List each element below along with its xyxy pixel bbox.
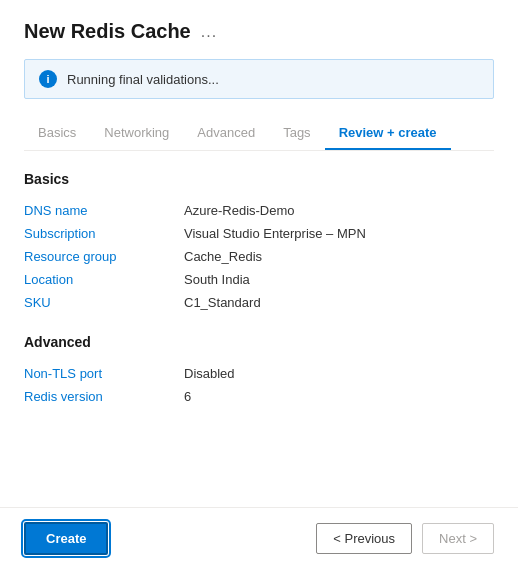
ellipsis-menu[interactable]: ... xyxy=(201,23,217,41)
table-row: Resource group Cache_Redis xyxy=(24,245,494,268)
tab-advanced[interactable]: Advanced xyxy=(183,117,269,150)
next-button[interactable]: Next > xyxy=(422,523,494,554)
location-label: Location xyxy=(24,272,184,287)
non-tls-value: Disabled xyxy=(184,366,235,381)
dns-name-label: DNS name xyxy=(24,203,184,218)
advanced-section-title: Advanced xyxy=(24,334,494,350)
create-button[interactable]: Create xyxy=(24,522,108,555)
table-row: DNS name Azure-Redis-Demo xyxy=(24,199,494,222)
subscription-value: Visual Studio Enterprise – MPN xyxy=(184,226,366,241)
page-title: New Redis Cache xyxy=(24,20,191,43)
redis-version-value: 6 xyxy=(184,389,191,404)
validation-banner: i Running final validations... xyxy=(24,59,494,99)
dns-name-value: Azure-Redis-Demo xyxy=(184,203,295,218)
subscription-label: Subscription xyxy=(24,226,184,241)
sku-value: C1_Standard xyxy=(184,295,261,310)
basics-section: Basics DNS name Azure-Redis-Demo Subscri… xyxy=(24,171,494,314)
redis-version-label: Redis version xyxy=(24,389,184,404)
table-row: Subscription Visual Studio Enterprise – … xyxy=(24,222,494,245)
validation-text: Running final validations... xyxy=(67,72,219,87)
advanced-section: Advanced Non-TLS port Disabled Redis ver… xyxy=(24,334,494,408)
tab-networking[interactable]: Networking xyxy=(90,117,183,150)
table-row: Location South India xyxy=(24,268,494,291)
info-icon: i xyxy=(39,70,57,88)
table-row: Non-TLS port Disabled xyxy=(24,362,494,385)
table-row: SKU C1_Standard xyxy=(24,291,494,314)
tab-review-create[interactable]: Review + create xyxy=(325,117,451,150)
tabs-row: Basics Networking Advanced Tags Review +… xyxy=(24,117,494,151)
previous-button[interactable]: < Previous xyxy=(316,523,412,554)
non-tls-label: Non-TLS port xyxy=(24,366,184,381)
location-value: South India xyxy=(184,272,250,287)
tab-basics[interactable]: Basics xyxy=(24,117,90,150)
basics-section-title: Basics xyxy=(24,171,494,187)
basics-details-table: DNS name Azure-Redis-Demo Subscription V… xyxy=(24,199,494,314)
tab-tags[interactable]: Tags xyxy=(269,117,324,150)
sku-label: SKU xyxy=(24,295,184,310)
advanced-details-table: Non-TLS port Disabled Redis version 6 xyxy=(24,362,494,408)
resource-group-value: Cache_Redis xyxy=(184,249,262,264)
resource-group-label: Resource group xyxy=(24,249,184,264)
footer: Create < Previous Next > xyxy=(0,507,518,569)
table-row: Redis version 6 xyxy=(24,385,494,408)
